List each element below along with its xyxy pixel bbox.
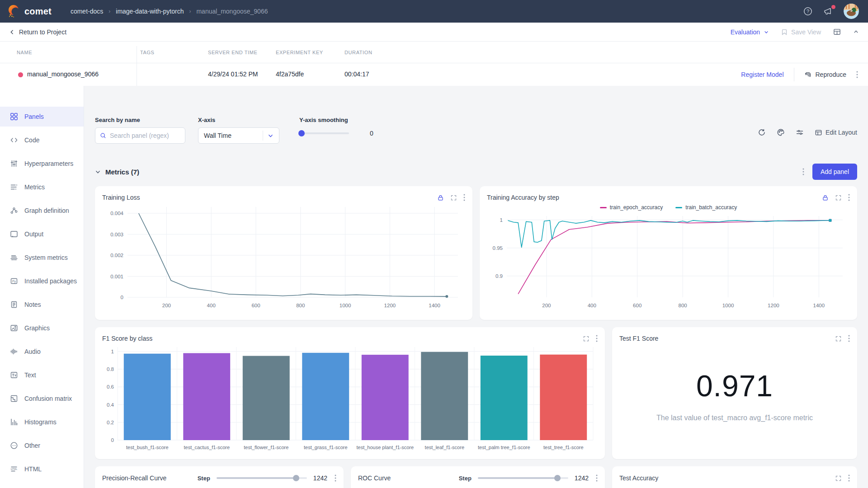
search-input[interactable] (110, 132, 180, 139)
pr-step-slider-thumb[interactable] (293, 475, 299, 481)
lock-icon[interactable] (822, 194, 829, 201)
reproduce-button[interactable]: Reproduce (804, 71, 847, 79)
breadcrumb-project[interactable]: image-data-with-pytorch (116, 8, 184, 15)
pr-step-slider[interactable] (217, 477, 307, 479)
sidebar-item-graphics[interactable]: Graphics (0, 318, 84, 338)
sidebar-item-other[interactable]: Other (0, 436, 84, 455)
panel-kebab-menu-icon[interactable] (848, 335, 850, 342)
svg-text:0.4: 0.4 (107, 402, 114, 408)
roc-curve-panel: ROC Curve Step 1242 (351, 466, 605, 488)
panel-kebab-menu-icon[interactable] (335, 474, 336, 482)
sidebar-item-graph-definition[interactable]: Graph definition (0, 201, 84, 221)
search-label: Search by name (95, 117, 185, 123)
save-view-button[interactable]: Save View (781, 28, 821, 36)
roc-step-slider-thumb[interactable] (554, 475, 561, 481)
sidebar-item-confusion-matrix[interactable]: Confusion matrix (0, 389, 84, 408)
column-server-end-time[interactable]: SERVER END TIME (208, 50, 257, 55)
add-panel-button[interactable]: Add panel (812, 164, 857, 180)
view-selector[interactable]: Evaluation (731, 28, 769, 36)
column-name[interactable]: NAME (17, 50, 32, 55)
roc-step-value: 1242 (575, 474, 589, 482)
panel-title: F1 Score by class (102, 335, 152, 342)
sidebar-item-output[interactable]: Output (0, 224, 84, 244)
sidebar-item-text[interactable]: Text (0, 365, 84, 385)
collapse-chevron-icon[interactable] (853, 29, 859, 35)
color-palette-button[interactable] (777, 128, 785, 136)
reproduce-icon (804, 71, 812, 79)
edit-layout-button[interactable]: Edit Layout (815, 129, 857, 136)
chevron-down-icon (764, 29, 769, 35)
sidebar-item-audio[interactable]: Audio (0, 342, 84, 361)
lock-icon[interactable] (437, 194, 444, 201)
column-duration[interactable]: DURATION (344, 50, 372, 55)
help-icon[interactable]: ? (803, 6, 813, 16)
smoothing-slider-thumb[interactable] (298, 130, 305, 136)
svg-text:200: 200 (542, 303, 551, 308)
register-model-link[interactable]: Register Model (741, 71, 783, 78)
test-accuracy-panel: Test Accuracy (612, 466, 857, 488)
legend-train-batch-accuracy[interactable]: train_batch_accuracy (675, 204, 737, 211)
svg-text:test_leaf_f1-score: test_leaf_f1-score (425, 445, 464, 450)
save-view-label: Save View (791, 28, 821, 36)
breadcrumb-separator-icon: › (108, 8, 110, 14)
sidebar-item-html[interactable]: HTML HTML (0, 459, 84, 479)
svg-text:0.002: 0.002 (110, 253, 123, 258)
sidebar-item-histograms[interactable]: Histograms (0, 412, 84, 432)
f1-score-bar-chart[interactable]: 00.20.40.60.81test_bush_f1-scoretest_cac… (102, 343, 598, 453)
panel-kebab-menu-icon[interactable] (848, 194, 850, 201)
expand-icon[interactable] (835, 335, 842, 342)
panel-kebab-menu-icon[interactable] (463, 194, 465, 201)
svg-text:test_flower_f1-score: test_flower_f1-score (244, 445, 288, 450)
sidebar-item-notes[interactable]: Notes (0, 295, 84, 314)
training-loss-chart[interactable]: 20040060080010001200140000.0010.0020.003… (102, 202, 465, 314)
notes-icon (10, 300, 18, 309)
experiment-row[interactable]: manual_mongoose_9066 4/29/24 01:52 PM 4f… (0, 63, 868, 86)
hyperparameters-icon (10, 160, 18, 168)
sidebar-item-installed-packages[interactable]: Py Installed packages (0, 271, 84, 291)
training-accuracy-chart[interactable]: 2004006008001000120014000.90.951 (487, 212, 850, 314)
xaxis-select[interactable]: Wall Time (198, 127, 279, 144)
row-kebab-menu-icon[interactable] (856, 71, 858, 78)
metrics-section-toggle[interactable]: Metrics (7) (95, 168, 139, 176)
refresh-button[interactable] (758, 128, 766, 136)
sidebar-item-metrics[interactable]: Metrics (0, 177, 84, 197)
sidebar-item-hyperparameters[interactable]: Hyperparameters (0, 154, 84, 174)
metrics-icon (10, 183, 18, 191)
user-avatar[interactable] (844, 4, 859, 19)
panel-controls: Search by name X-axis Wall Time Y-axis s (95, 117, 857, 144)
experiment-key-link[interactable]: 4f2a75dfe (276, 70, 304, 78)
installed-packages-icon: Py (10, 277, 18, 285)
expand-icon[interactable] (835, 475, 842, 482)
breadcrumb-experiment: manual_mongoose_9066 (196, 8, 268, 15)
sidebar-item-system-metrics[interactable]: System metrics (0, 248, 84, 267)
refresh-icon (758, 128, 766, 136)
column-tags[interactable]: TAGS (140, 50, 155, 55)
experiment-name[interactable]: manual_mongoose_9066 (27, 70, 99, 78)
smoothing-label: Y-axis smoothing (299, 117, 373, 123)
sidebar-item-panels[interactable]: Panels (0, 107, 84, 127)
smoothing-slider[interactable] (299, 132, 349, 134)
sidebar-item-label: Installed packages (24, 277, 77, 285)
search-icon (100, 132, 106, 139)
section-kebab-menu-icon[interactable] (802, 168, 804, 175)
chart-settings-button[interactable] (796, 128, 804, 136)
step-label: Step (459, 475, 472, 482)
html-icon: HTML (10, 465, 18, 473)
expand-icon[interactable] (450, 194, 457, 201)
panel-kebab-menu-icon[interactable] (596, 474, 598, 482)
comet-logo[interactable]: comet (7, 5, 52, 18)
panel-kebab-menu-icon[interactable] (596, 335, 598, 342)
return-to-project-link[interactable]: Return to Project (9, 28, 66, 36)
expand-icon[interactable] (835, 194, 842, 201)
roc-step-slider[interactable] (478, 477, 568, 479)
panel-kebab-menu-icon[interactable] (848, 474, 850, 482)
breadcrumb-workspace[interactable]: comet-docs (71, 8, 103, 15)
column-experiment-key[interactable]: EXPERIMENT KEY (276, 50, 323, 55)
sidebar-item-code[interactable]: Code (0, 130, 84, 150)
expand-icon[interactable] (583, 335, 590, 342)
legend-train-epoch-accuracy[interactable]: train_epoch_accuracy (600, 204, 663, 211)
test-f1-score-value: 0.971 (696, 369, 773, 403)
announcements-icon[interactable] (823, 6, 834, 16)
svg-text:0.003: 0.003 (110, 232, 123, 237)
layout-grid-icon[interactable] (833, 28, 841, 36)
